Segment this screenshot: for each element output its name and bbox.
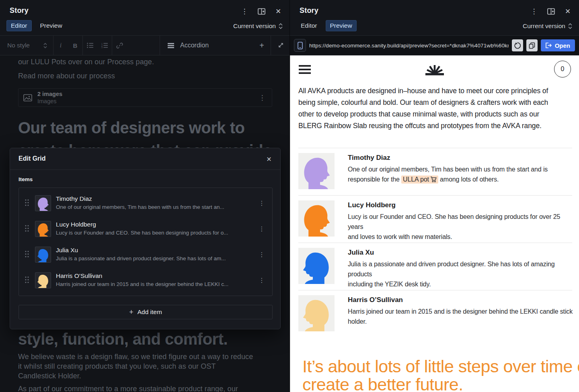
item-description: Lucy is our Founder and CEO. She has bee… — [56, 229, 249, 237]
grid-item-row[interactable]: Julia Xu Julia is a passionate and drive… — [19, 242, 272, 267]
item-description: Julia is a passionate and driven product… — [56, 255, 249, 263]
item-description: One of our original members, Tim has bee… — [56, 203, 249, 211]
site-nav: 0 — [290, 55, 579, 84]
avatar — [298, 295, 335, 331]
open-preview-button[interactable]: Open — [541, 39, 575, 51]
editor-pane: Story ⋮ ✕ Editor Preview Current version… — [0, 0, 290, 392]
avatar — [35, 195, 51, 211]
block-type-label: Accordion — [180, 42, 209, 49]
team-member-bio: among lots of others. — [438, 176, 499, 183]
version-label: Current version — [233, 22, 276, 30]
add-item-label: Add item — [138, 308, 162, 316]
preview-url-input[interactable]: https://demo-ecommerce.sanity.build/api/… — [309, 43, 509, 49]
avatar — [35, 247, 51, 263]
phone-icon — [298, 42, 303, 49]
tab-editor[interactable]: Editor — [296, 20, 322, 31]
cart-count: 0 — [561, 65, 565, 73]
numbered-list-button[interactable]: 123 — [97, 36, 112, 55]
version-label: Current version — [523, 22, 565, 30]
pane-title: Story — [300, 6, 318, 15]
preview-pane: Story ⋮ ✕ Editor Preview Current version — [290, 0, 579, 392]
item-menu-button[interactable]: ⋮ — [257, 224, 267, 234]
grid-item-row[interactable]: Lucy Holdberg Lucy is our Founder and CE… — [19, 216, 272, 242]
italic-button[interactable]: i — [53, 36, 68, 55]
split-pane-button[interactable] — [257, 6, 266, 16]
collapse-pane-button[interactable] — [271, 36, 290, 55]
cart-button[interactable]: 0 — [554, 61, 571, 78]
close-pane-button[interactable]: ✕ — [273, 6, 283, 16]
kebab-icon: ⋮ — [259, 277, 265, 284]
drag-handle[interactable] — [25, 250, 29, 259]
plus-icon: + — [259, 41, 264, 50]
team-member-bio: Harris joined our team in 2015 and is th… — [348, 306, 573, 327]
hamburger-menu-icon[interactable] — [299, 65, 311, 76]
chevron-updown-icon — [43, 43, 47, 49]
product-link[interactable]: ULLA pot — [401, 176, 438, 184]
site-logo[interactable] — [424, 61, 445, 79]
tab-preview[interactable]: Preview — [36, 20, 67, 31]
grid-item-row[interactable]: Timothy Diaz One of our original members… — [19, 190, 272, 216]
accordion-icon — [167, 43, 175, 49]
avatar — [35, 221, 51, 237]
drag-handle[interactable] — [25, 225, 29, 234]
modal-title: Edit Grid — [18, 155, 46, 162]
split-pane-icon — [258, 8, 265, 15]
sunburst-logo-icon — [424, 61, 445, 77]
team-member-row: Lucy Holdberg Lucy is our Founder and CE… — [298, 195, 572, 243]
modal-close-button[interactable]: ✕ — [263, 153, 275, 165]
close-pane-button[interactable]: ✕ — [563, 6, 573, 16]
text-style-label: No style — [7, 42, 30, 49]
bold-button[interactable]: B — [68, 36, 82, 55]
split-pane-button[interactable] — [546, 6, 556, 16]
grid-item-row[interactable]: Harris O’Sullivan Harris joined our team… — [19, 267, 272, 293]
close-icon: ✕ — [266, 155, 271, 163]
kebab-icon: ⋮ — [241, 7, 248, 16]
team-member-row: Harris O’Sullivan Harris joined our team… — [298, 290, 572, 337]
bullet-list-button[interactable] — [83, 36, 97, 55]
bullet-list-icon — [87, 43, 94, 48]
svg-text:3: 3 — [101, 46, 103, 48]
team-member-row: Timothy Diaz One of our original members… — [298, 148, 572, 195]
item-menu-button[interactable]: ⋮ — [257, 198, 267, 208]
avatar — [35, 272, 51, 288]
version-selector[interactable]: Current version — [523, 22, 573, 30]
tab-preview[interactable]: Preview — [326, 20, 357, 31]
refresh-preview-button[interactable] — [512, 39, 523, 51]
items-label: Items — [18, 176, 33, 182]
numbered-list-icon: 123 — [101, 43, 108, 48]
pane-menu-button[interactable]: ⋮ — [529, 6, 539, 16]
item-description: Harris joined our team in 2015 and is th… — [56, 280, 249, 288]
item-name: Harris O’Sullivan — [56, 272, 249, 280]
item-menu-button[interactable]: ⋮ — [257, 250, 267, 259]
headline-line: create a better future. — [302, 376, 579, 392]
italic-icon: i — [60, 42, 62, 49]
add-block-button[interactable]: + — [253, 36, 271, 55]
team-member-name: Lucy Holdberg — [348, 200, 573, 210]
item-name: Timothy Diaz — [56, 194, 249, 203]
open-external-icon — [545, 42, 552, 49]
block-type-indicator[interactable]: Accordion — [160, 36, 253, 55]
team-list: Timothy Diaz One of our original members… — [298, 148, 572, 337]
link-button[interactable] — [112, 36, 127, 55]
item-menu-button[interactable]: ⋮ — [257, 276, 267, 285]
text-style-dropdown[interactable]: No style — [0, 36, 53, 55]
version-selector[interactable]: Current version — [233, 22, 283, 30]
drag-handle[interactable] — [25, 276, 29, 285]
mobile-view-button[interactable] — [294, 39, 306, 52]
pane-title: Story — [10, 6, 29, 15]
add-item-button[interactable]: + Add item — [18, 305, 273, 319]
intro-paragraph: All AVKA products are designed in–house … — [298, 85, 564, 132]
cart-icon — [430, 176, 437, 182]
copy-icon — [529, 42, 535, 49]
tab-editor[interactable]: Editor — [6, 20, 32, 31]
drag-handle[interactable] — [25, 199, 29, 208]
open-button-label: Open — [555, 42, 570, 49]
site-headline: It’s about lots of little steps over tim… — [302, 357, 579, 392]
copy-url-button[interactable] — [526, 39, 538, 51]
editor-toolbar: No style i B 123 Accordion + — [0, 35, 290, 55]
pane-menu-button[interactable]: ⋮ — [240, 6, 249, 16]
kebab-icon: ⋮ — [259, 251, 265, 258]
close-icon: ✕ — [565, 7, 571, 16]
split-pane-icon — [547, 8, 555, 15]
modal-header: Edit Grid ✕ — [10, 148, 280, 170]
